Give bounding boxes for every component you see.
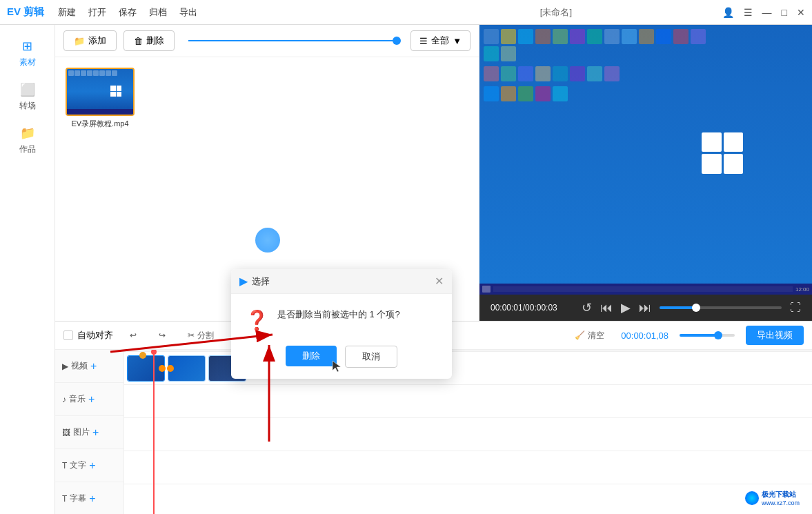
confirm-delete-button[interactable]: 删除 [286, 346, 337, 366]
current-time: 00:00:01 [491, 303, 523, 313]
video-track-icon: ▶ [62, 362, 68, 371]
track-label-text: T 文字 + [55, 449, 123, 482]
text-track-row [124, 451, 812, 484]
delete-label: 删除 [146, 34, 164, 47]
track-labels: ▶ 视频 + ♪ 音乐 + 🖼 图片 + T [55, 350, 124, 514]
video-frame: 12:00 [479, 25, 812, 295]
auto-align: 自动对齐 [63, 329, 113, 342]
size-slider[interactable] [181, 40, 404, 41]
settings-icon[interactable]: ☰ [744, 7, 753, 18]
image-track-row [124, 418, 812, 451]
window-title: [未命名] [390, 6, 722, 19]
menu-archive[interactable]: 归档 [149, 6, 167, 19]
music-track-add[interactable]: + [88, 393, 95, 406]
window-controls: 👤 ☰ — □ ✕ [722, 7, 805, 18]
delete-button[interactable]: 🗑 删除 [123, 30, 175, 51]
menu-export[interactable]: 导出 [179, 6, 197, 19]
sidebar-label-transition: 转场 [19, 100, 36, 112]
media-filename: EV录屏教程.mp4 [71, 119, 128, 129]
volume-thumb [714, 331, 722, 339]
slider-track [188, 40, 397, 41]
menu-bar: 新建 打开 保存 归档 导出 [58, 6, 390, 19]
clear-button[interactable]: 🧹 清空 [569, 328, 610, 344]
progress-bar[interactable] [660, 306, 782, 309]
next-button[interactable]: ⏭ [639, 301, 651, 315]
video-marker [139, 352, 146, 359]
sidebar-item-transition[interactable]: ⬜ 转场 [0, 75, 55, 119]
prev-button[interactable]: ⏮ [600, 301, 613, 315]
minimize-button[interactable]: — [762, 7, 772, 18]
watermark-site: 极光下载站 [762, 490, 800, 500]
clear-label: 清空 [588, 330, 604, 342]
volume-fill [680, 334, 718, 337]
broom-icon: 🧹 [575, 330, 585, 340]
desktop-icons [479, 25, 712, 106]
ruler-mark-4: 00:00:24,00 [545, 350, 582, 351]
sidebar: ⊞ 素材 ⬜ 转场 📁 作品 [0, 25, 55, 514]
track-label-subtitle: T 字幕 + [55, 482, 123, 514]
music-track-label: 音乐 [69, 393, 86, 405]
undo-button[interactable]: ↩ [124, 328, 142, 342]
text-track-label: 文字 [70, 459, 86, 471]
menu-save[interactable]: 保存 [119, 6, 137, 19]
add-button[interactable]: 📁 添加 [63, 30, 117, 51]
subtitle-track-add[interactable]: + [89, 493, 95, 505]
maximize-button[interactable]: □ [782, 7, 787, 18]
question-icon: ❓ [245, 309, 269, 332]
tracks [124, 352, 812, 514]
total-time: 00:00:03 [525, 303, 557, 313]
cursor-icon [331, 359, 342, 373]
menu-new[interactable]: 新建 [58, 6, 76, 19]
split-button[interactable]: ✂ 分割 [182, 328, 219, 344]
dialog-message: 是否删除当前被选中的 1 个项? [277, 308, 400, 322]
fullscreen-button[interactable]: ⛶ [790, 302, 801, 314]
titlebar: EV 剪辑 新建 打开 保存 归档 导出 [未命名] 👤 ☰ — □ ✕ [0, 0, 812, 25]
export-video-button[interactable]: 导出视频 [746, 326, 804, 345]
media-item[interactable]: EV录屏教程.mp4 [66, 68, 135, 129]
sidebar-label-media: 素材 [19, 57, 36, 68]
add-icon: 📁 [74, 36, 85, 46]
subtitle-track-label: 字幕 [70, 493, 86, 504]
windows-logo-preview [702, 132, 757, 188]
sidebar-item-media[interactable]: ⊞ 素材 [0, 32, 55, 75]
media-thumbnail [66, 68, 135, 116]
preview-taskbar: 12:00 [479, 284, 812, 295]
media-toolbar: 📁 添加 🗑 删除 ☰ 全部 ▼ [55, 25, 479, 57]
dialog-title-bar: ▶ 选择 [239, 275, 270, 288]
menu-open[interactable]: 打开 [88, 6, 106, 19]
dialog-app-icon: ▶ [239, 275, 248, 288]
win-taskbar [67, 109, 133, 115]
sidebar-item-work[interactable]: 📁 作品 [0, 119, 55, 162]
replay-button[interactable]: ↺ [582, 300, 592, 315]
music-track-icon: ♪ [62, 395, 66, 404]
time-code-display: 00:00:01,08 [621, 330, 669, 341]
volume-slider[interactable] [680, 334, 735, 337]
video-track-label: 视频 [71, 360, 88, 372]
filter-label: 全部 [431, 34, 449, 47]
play-button[interactable]: ▶ [621, 300, 631, 315]
cancel-delete-button[interactable]: 取消 [345, 346, 397, 368]
user-icon[interactable]: 👤 [722, 7, 734, 18]
split-label: 分割 [197, 330, 214, 342]
dialog-close-button[interactable]: ✕ [435, 275, 444, 288]
svg-marker-3 [333, 361, 341, 372]
transition-icon: ⬜ [20, 82, 35, 97]
sidebar-label-work: 作品 [19, 144, 36, 155]
watermark: 极光下载站 www.xz7.com [740, 488, 805, 508]
text-track-add[interactable]: + [89, 459, 95, 472]
video-track-add[interactable]: + [90, 360, 97, 373]
playhead [153, 352, 155, 514]
dialog-body: ❓ 是否删除当前被选中的 1 个项? [231, 294, 452, 339]
auto-align-checkbox[interactable] [63, 330, 73, 340]
clip-handle-left [159, 365, 166, 372]
filter-icon: ☰ [419, 36, 428, 46]
ui-element [255, 228, 280, 253]
dialog-title-text: 选择 [252, 275, 270, 288]
close-button[interactable]: ✕ [797, 7, 805, 18]
image-track-add[interactable]: + [92, 426, 99, 439]
preview-controls: 00:00:01/00:00:03 ↺ ⏮ ▶ ⏭ ⛶ [479, 295, 812, 321]
subtitle-track-icon: T [62, 494, 67, 504]
filter-dropdown[interactable]: ☰ 全部 ▼ [410, 30, 471, 51]
redo-button[interactable]: ↪ [153, 328, 171, 342]
watermark-url: www.xz7.com [762, 500, 800, 506]
